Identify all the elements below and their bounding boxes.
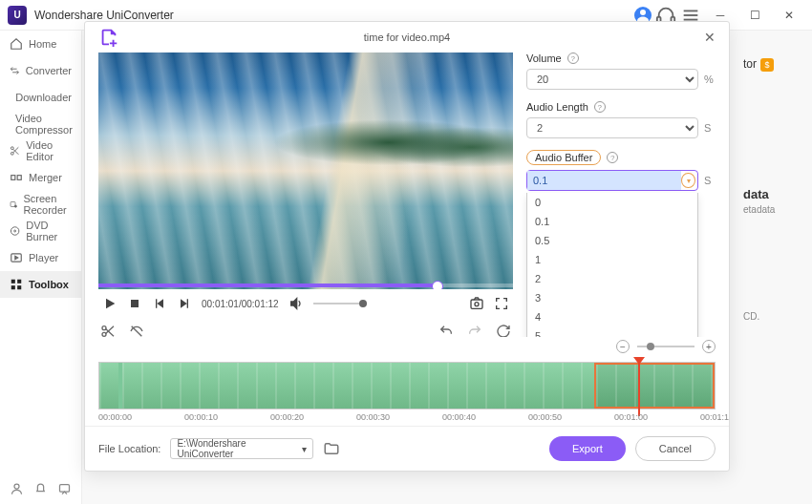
- audio-length-unit: S: [704, 122, 716, 134]
- help-icon[interactable]: ?: [594, 101, 606, 113]
- svg-point-0: [640, 10, 646, 15]
- svg-rect-21: [11, 285, 15, 289]
- volume-slider[interactable]: [313, 303, 367, 304]
- video-progress[interactable]: [98, 284, 513, 287]
- hide-icon[interactable]: [129, 324, 144, 337]
- close-dialog-button[interactable]: ✕: [700, 28, 719, 47]
- feedback-icon[interactable]: [57, 481, 72, 496]
- audio-buffer-combo[interactable]: ▾ 0 0.1 0.5 1 2 3 4 5: [526, 170, 698, 191]
- volume-field: Volume? 20%: [526, 52, 716, 90]
- browse-folder-button[interactable]: [323, 440, 340, 457]
- record-icon: [10, 198, 18, 211]
- prev-frame-button[interactable]: [152, 296, 167, 311]
- sidebar-item-toolbox[interactable]: Toolbox: [0, 271, 81, 298]
- play-button[interactable]: [102, 296, 118, 311]
- dropdown-option[interactable]: 0: [527, 193, 697, 212]
- timeline[interactable]: [98, 362, 716, 410]
- dropdown-option[interactable]: 2: [527, 269, 697, 288]
- redo-icon[interactable]: [467, 324, 482, 337]
- svg-rect-20: [17, 280, 21, 284]
- export-button[interactable]: Export: [549, 436, 626, 461]
- dropdown-option[interactable]: 3: [527, 288, 697, 307]
- sidebar-item-merger[interactable]: Merger: [0, 164, 81, 191]
- sidebar-item-dvd[interactable]: DVD Burner: [0, 218, 81, 244]
- file-location-select[interactable]: E:\Wondershare UniConverter▾: [170, 438, 313, 459]
- close-window-button[interactable]: ✕: [774, 2, 804, 29]
- svg-point-23: [14, 484, 19, 489]
- help-icon[interactable]: ?: [607, 152, 618, 163]
- file-location-label: File Location:: [98, 443, 160, 454]
- chevron-down-icon: ▾: [302, 444, 307, 454]
- stop-button[interactable]: [127, 296, 142, 311]
- clip[interactable]: [122, 363, 594, 409]
- sidebar-label: Screen Recorder: [24, 193, 73, 216]
- sidebar-label: Toolbox: [29, 279, 69, 290]
- playhead[interactable]: [638, 357, 640, 416]
- video-preview[interactable]: [98, 52, 513, 289]
- dropdown-option[interactable]: 0.5: [527, 231, 697, 250]
- play-icon: [10, 251, 23, 264]
- settings-panel: Volume? 20% Audio Length? 2S Audio Buffe…: [526, 52, 716, 337]
- edit-toolbar: [98, 318, 513, 337]
- dialog-footer: File Location: E:\Wondershare UniConvert…: [85, 426, 729, 471]
- volume-icon[interactable]: [288, 296, 304, 311]
- svg-rect-22: [17, 285, 21, 289]
- sidebar-label: Video Editor: [26, 139, 72, 162]
- sidebar-label: Player: [29, 252, 58, 263]
- fullscreen-icon[interactable]: [494, 296, 509, 311]
- svg-rect-19: [11, 280, 15, 284]
- cut-icon[interactable]: [100, 324, 116, 337]
- zoom-in-button[interactable]: +: [702, 340, 716, 353]
- svg-point-15: [14, 205, 16, 207]
- sidebar-item-home[interactable]: Home: [0, 31, 81, 57]
- timeline-area: − + 00:00:00 00:00:10 00:00:20 00:00:30 …: [85, 337, 729, 426]
- sidebar-item-downloader[interactable]: Downloader: [0, 84, 81, 111]
- sidebar-label: Downloader: [15, 92, 72, 103]
- zoom-slider[interactable]: [637, 346, 694, 347]
- dropdown-option[interactable]: 4: [527, 307, 697, 326]
- audio-length-field: Audio Length? 2S: [526, 101, 716, 138]
- sidebar-item-player[interactable]: Player: [0, 244, 81, 271]
- volume-label: Volume: [526, 52, 562, 64]
- dropdown-option[interactable]: 5: [527, 326, 697, 337]
- sidebar-label: Merger: [29, 172, 62, 183]
- volume-select[interactable]: 20: [526, 69, 698, 90]
- person-icon[interactable]: [10, 481, 24, 496]
- refresh-icon[interactable]: [496, 324, 511, 337]
- maximize-button[interactable]: ☐: [739, 2, 770, 29]
- add-file-icon[interactable]: [98, 27, 119, 48]
- audio-buffer-input[interactable]: [527, 171, 681, 190]
- sidebar-item-compressor[interactable]: Video Compressor: [0, 111, 81, 137]
- time-ruler: 00:00:00 00:00:10 00:00:20 00:00:30 00:0…: [98, 412, 716, 426]
- next-frame-button[interactable]: [177, 296, 192, 311]
- sidebar-label: Home: [29, 38, 56, 50]
- edit-dialog: time for video.mp4 ✕ 00:01:01/00:01:12: [84, 21, 730, 472]
- sidebar-item-converter[interactable]: Converter: [0, 57, 81, 84]
- player-controls: 00:01:01/00:01:12: [98, 289, 513, 318]
- sidebar-item-recorder[interactable]: Screen Recorder: [0, 191, 81, 218]
- audio-buffer-dropdown: 0 0.1 0.5 1 2 3 4 5: [526, 193, 698, 337]
- dropdown-option[interactable]: 1: [527, 250, 697, 269]
- audio-length-label: Audio Length: [526, 101, 588, 113]
- bell-icon[interactable]: [33, 481, 48, 496]
- home-icon: [10, 37, 23, 51]
- dialog-header: time for video.mp4 ✕: [85, 22, 729, 52]
- svg-rect-26: [471, 300, 482, 308]
- zoom-out-button[interactable]: −: [616, 340, 630, 353]
- svg-point-9: [11, 152, 13, 155]
- audio-length-select[interactable]: 2: [526, 117, 698, 138]
- clip[interactable]: [99, 363, 118, 409]
- chevron-down-icon[interactable]: ▾: [681, 173, 695, 188]
- sidebar-label: Converter: [26, 65, 72, 76]
- snapshot-icon[interactable]: [469, 296, 484, 311]
- preview-pane: 00:01:01/00:01:12: [98, 52, 513, 337]
- dropdown-option[interactable]: 0.1: [527, 212, 697, 231]
- sidebar-item-editor[interactable]: Video Editor: [0, 137, 81, 164]
- svg-rect-24: [60, 485, 70, 493]
- svg-rect-13: [17, 176, 21, 180]
- cancel-button[interactable]: Cancel: [635, 436, 716, 461]
- grid-icon: [10, 278, 23, 291]
- clip-selected[interactable]: [594, 363, 715, 409]
- undo-icon[interactable]: [438, 324, 454, 337]
- help-icon[interactable]: ?: [567, 52, 579, 64]
